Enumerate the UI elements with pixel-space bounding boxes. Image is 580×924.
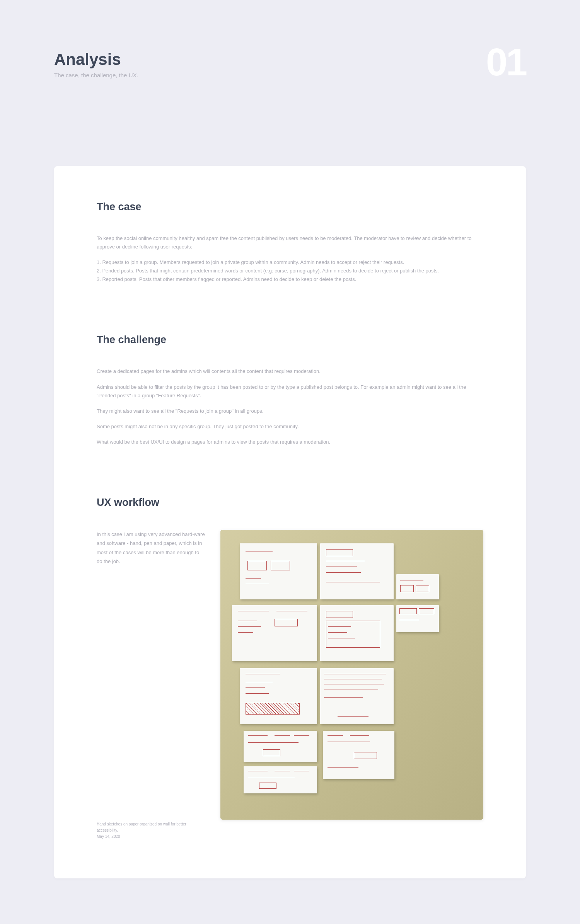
case-heading: The case (97, 201, 483, 213)
challenge-p1: Create a dedicated pages for the admins … (97, 367, 483, 376)
page-subtitle: The case, the challenge, the UX. (54, 72, 526, 78)
ux-description: In this case I am using very advanced ha… (97, 530, 205, 566)
case-item-3: 3. Reported posts. Posts that other memb… (97, 275, 483, 284)
ux-caption-line2: May 14, 2020 (97, 834, 205, 840)
case-list: 1. Requests to join a group. Members req… (97, 258, 483, 284)
challenge-p2: Admins should be able to filter the post… (97, 383, 483, 400)
section-number: 01 (486, 43, 526, 81)
section-challenge: The challenge Create a dedicated pages f… (97, 334, 483, 446)
case-item-1: 1. Requests to join a group. Members req… (97, 258, 483, 267)
ux-layout: In this case I am using very advanced ha… (97, 530, 483, 840)
page-title: Analysis (54, 50, 526, 69)
section-case: The case To keep the social online commu… (97, 201, 483, 284)
sketch-image (220, 530, 483, 820)
ux-image-column (220, 530, 483, 840)
content-card: The case To keep the social online commu… (54, 166, 526, 878)
ux-heading: UX workflow (97, 497, 483, 509)
case-item-2: 2. Pended posts. Posts that might contai… (97, 267, 483, 275)
challenge-p5: What would be the best UX/UI to design a… (97, 438, 483, 446)
ux-caption-line1: Hand sketches on paper organized on wall… (97, 821, 205, 834)
challenge-p4: Some posts might also not be in any spec… (97, 422, 483, 431)
case-intro: To keep the social online community heal… (97, 234, 483, 251)
ux-description-column: In this case I am using very advanced ha… (97, 530, 205, 840)
page-header: Analysis The case, the challenge, the UX… (0, 0, 580, 108)
challenge-heading: The challenge (97, 334, 483, 346)
section-ux: UX workflow In this case I am using very… (97, 497, 483, 840)
challenge-p3: They might also want to see all the "Req… (97, 407, 483, 415)
